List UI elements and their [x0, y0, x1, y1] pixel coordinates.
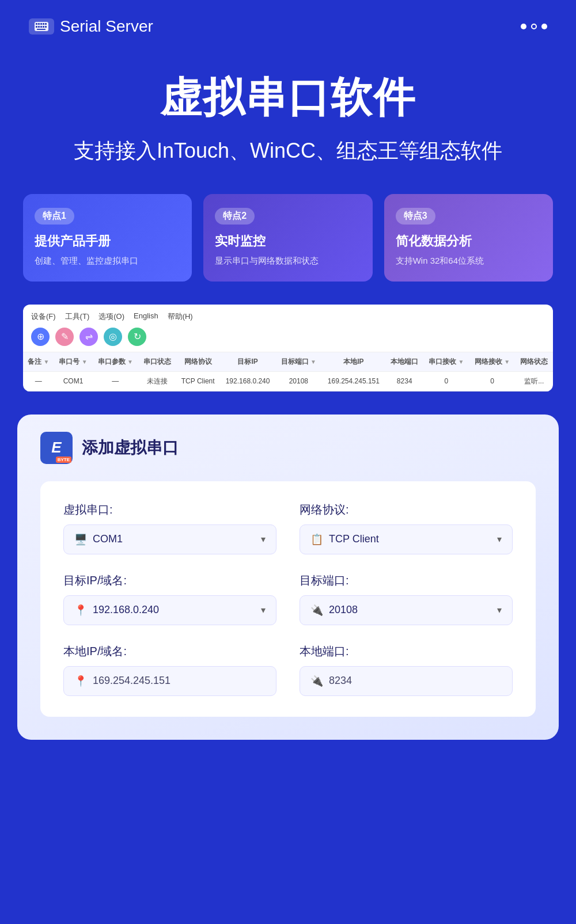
- form-group-local-ip: 本地IP/域名: 📍 169.254.245.151: [63, 644, 276, 696]
- col-net-recv: 网络接收 ▼: [469, 352, 516, 371]
- col-protocol: 网络协议: [176, 352, 220, 371]
- location-icon: 📍: [74, 604, 87, 617]
- col-local-port: 本地端口: [386, 352, 423, 371]
- cell-protocol: TCP Client: [176, 371, 220, 391]
- virtual-port-label: 虚拟串口:: [63, 502, 276, 518]
- features-section: 特点1 提供产品手册 创建、管理、监控虚拟串口 特点2 实时监控 显示串口与网络…: [0, 194, 576, 305]
- feature-badge-1: 特点1: [35, 208, 74, 225]
- header-dots: [521, 24, 547, 29]
- feature-badge-2: 特点2: [215, 208, 255, 225]
- toolbar-icon-add[interactable]: ⊕: [31, 328, 50, 346]
- col-serial-recv: 串口接收 ▼: [423, 352, 469, 371]
- target-port-label: 目标端口:: [300, 573, 513, 588]
- target-port-select-left: 🔌 20108: [310, 604, 358, 617]
- local-location-icon: 📍: [74, 675, 87, 687]
- cell-target-port: 20108: [275, 371, 321, 391]
- cell-local-port: 8234: [386, 371, 423, 391]
- local-ip-input[interactable]: 📍 169.254.245.151: [63, 666, 276, 696]
- cell-target-ip: 192.168.0.240: [220, 371, 276, 391]
- cell-net-recv: 0: [469, 371, 516, 391]
- svg-rect-11: [37, 29, 46, 30]
- chevron-down-icon: ▾: [261, 534, 266, 545]
- cell-note: —: [23, 371, 54, 391]
- dot-1: [521, 24, 526, 29]
- add-port-section: E BYTE 添加虚拟串口 虚拟串口: 🖥️ COM1 ▾ 网络协议:: [17, 415, 559, 740]
- svg-rect-1: [36, 23, 37, 25]
- local-port-input[interactable]: 🔌 8234: [300, 666, 513, 696]
- form-row-1: 虚拟串口: 🖥️ COM1 ▾ 网络协议: 📋 TCP Client ▾: [63, 502, 513, 554]
- cell-params: —: [92, 371, 138, 391]
- menu-item-english[interactable]: English: [134, 311, 158, 322]
- section-header: E BYTE 添加虚拟串口: [40, 432, 536, 464]
- col-net-status: 网络状态: [516, 352, 553, 371]
- network-protocol-select-left: 📋 TCP Client: [310, 533, 379, 546]
- hero-title: 虚拟串口软件: [23, 70, 553, 126]
- table-toolbar: ⊕ ✎ ⇌ ◎ ↻: [23, 328, 553, 352]
- target-ip-value: 192.168.0.240: [93, 604, 159, 616]
- menu-item-help[interactable]: 帮助(H): [168, 311, 193, 322]
- target-port-value: 20108: [329, 604, 358, 616]
- virtual-port-select[interactable]: 🖥️ COM1 ▾: [63, 524, 276, 554]
- menu-item-options[interactable]: 选项(O): [98, 311, 124, 322]
- col-status: 串口状态: [138, 352, 176, 371]
- feature-name-2: 实时监控: [215, 233, 361, 250]
- target-ip-select[interactable]: 📍 192.168.0.240 ▾: [63, 595, 276, 625]
- toolbar-icon-refresh[interactable]: ↻: [128, 328, 146, 346]
- port-num-icon: 🔌: [310, 604, 323, 617]
- chevron-down-icon-3: ▾: [261, 604, 266, 615]
- feature-name-3: 简化数据分析: [396, 233, 541, 250]
- svg-rect-5: [45, 23, 47, 25]
- form-group-local-port: 本地端口: 🔌 8234: [300, 644, 513, 696]
- toolbar-icon-connect[interactable]: ⇌: [79, 328, 98, 346]
- local-port-icon: 🔌: [310, 675, 323, 687]
- port-icon: 🖥️: [74, 533, 87, 546]
- feature-badge-3: 特点3: [396, 208, 435, 225]
- svg-rect-7: [38, 26, 40, 28]
- data-table: 备注 ▼ 串口号 ▼ 串口参数 ▼ 串口状态 网络协议 目标IP 目标端口 ▼ …: [23, 352, 553, 391]
- form-group-virtual-port: 虚拟串口: 🖥️ COM1 ▾: [63, 502, 276, 554]
- col-target-port: 目标端口 ▼: [275, 352, 321, 371]
- hero-subtitle: 支持接入InTouch、WinCC、组态王等组态软件: [23, 137, 553, 165]
- target-ip-label: 目标IP/域名:: [63, 573, 276, 588]
- chevron-down-icon-2: ▾: [497, 534, 502, 545]
- col-note: 备注 ▼: [23, 352, 54, 371]
- table-preview: 设备(F) 工具(T) 选项(O) English 帮助(H) ⊕ ✎ ⇌ ◎ …: [23, 305, 553, 391]
- toolbar-icon-edit[interactable]: ✎: [55, 328, 74, 346]
- virtual-port-value: COM1: [93, 533, 123, 545]
- cell-serial-recv: 0: [423, 371, 469, 391]
- network-protocol-select[interactable]: 📋 TCP Client ▾: [300, 524, 513, 554]
- hero-section: 虚拟串口软件 支持接入InTouch、WinCC、组态王等组态软件: [0, 47, 576, 194]
- col-local-ip: 本地IP: [321, 352, 385, 371]
- feature-card-1: 特点1 提供产品手册 创建、管理、监控虚拟串口: [23, 194, 192, 282]
- feature-card-2: 特点2 实时监控 显示串口与网络数据和状态: [203, 194, 372, 282]
- toolbar-icon-monitor[interactable]: ◎: [104, 328, 122, 346]
- network-protocol-label: 网络协议:: [300, 502, 513, 518]
- form-group-target-ip: 目标IP/域名: 📍 192.168.0.240 ▾: [63, 573, 276, 625]
- cell-port: COM1: [54, 371, 93, 391]
- table-row[interactable]: — COM1 — 未连接 TCP Client 192.168.0.240 20…: [23, 371, 553, 391]
- cell-net-status: 监听...: [516, 371, 553, 391]
- network-protocol-value: TCP Client: [329, 533, 379, 545]
- app-title: Serial Server: [60, 17, 153, 36]
- dot-2: [531, 24, 537, 29]
- keyboard-icon: [29, 18, 54, 35]
- menu-item-tools[interactable]: 工具(T): [65, 311, 90, 322]
- form-group-target-port: 目标端口: 🔌 20108 ▾: [300, 573, 513, 625]
- menu-item-device[interactable]: 设备(F): [31, 311, 56, 322]
- header-left: Serial Server: [29, 17, 153, 36]
- form-group-network-protocol: 网络协议: 📋 TCP Client ▾: [300, 502, 513, 554]
- form-container: 虚拟串口: 🖥️ COM1 ▾ 网络协议: 📋 TCP Client ▾: [40, 481, 536, 717]
- feature-card-3: 特点3 简化数据分析 支持Win 32和64位系统: [384, 194, 553, 282]
- virtual-port-select-left: 🖥️ COM1: [74, 533, 123, 546]
- col-target-ip: 目标IP: [220, 352, 276, 371]
- local-port-value: 8234: [329, 675, 352, 687]
- svg-rect-6: [36, 26, 37, 28]
- form-row-3: 本地IP/域名: 📍 169.254.245.151 本地端口: 🔌 8234: [63, 644, 513, 696]
- dot-3: [541, 24, 547, 29]
- local-port-label: 本地端口:: [300, 644, 513, 659]
- cell-local-ip: 169.254.245.151: [321, 371, 385, 391]
- target-ip-select-left: 📍 192.168.0.240: [74, 604, 159, 617]
- feature-desc-2: 显示串口与网络数据和状态: [215, 254, 361, 268]
- target-port-select[interactable]: 🔌 20108 ▾: [300, 595, 513, 625]
- cell-status: 未连接: [138, 371, 176, 391]
